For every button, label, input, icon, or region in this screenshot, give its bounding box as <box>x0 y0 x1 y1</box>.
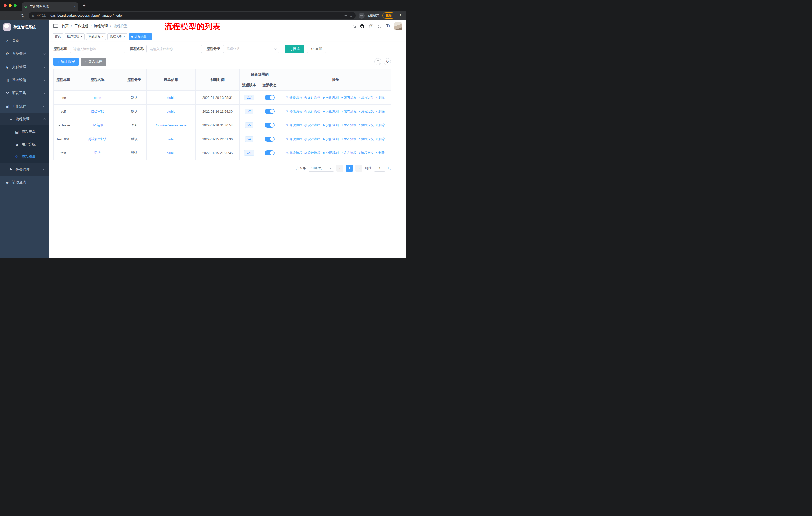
flow-definition-link[interactable]: ≡流程定义 <box>359 123 374 128</box>
sidebar-item-flow-model[interactable]: ✈流程模型 <box>0 151 49 163</box>
active-toggle[interactable] <box>265 109 274 114</box>
process-name-link[interactable]: 滔博 <box>94 151 101 155</box>
design-flow-link[interactable]: ◎设计流程 <box>304 151 320 155</box>
flow-definition-link[interactable]: ≡流程定义 <box>359 109 374 114</box>
modify-flow-link[interactable]: ✎修改流程 <box>286 151 302 155</box>
help-icon[interactable]: ? <box>369 24 373 28</box>
user-avatar[interactable] <box>395 22 402 30</box>
design-flow-link[interactable]: ◎设计流程 <box>304 123 320 128</box>
create-flow-button[interactable]: + 新建流程 <box>53 58 79 66</box>
form-info-link[interactable]: /bpm/oa/leave/create <box>156 124 186 127</box>
breadcrumb-item[interactable]: 流程管理 <box>94 24 108 28</box>
current-page-button[interactable]: 1 <box>346 165 353 171</box>
forward-icon[interactable]: → <box>11 13 17 18</box>
assign-rule-link[interactable]: ☻分配规则 <box>322 123 339 128</box>
sidebar-item-task-manage[interactable]: ⚑任务管理 <box>0 163 49 176</box>
close-window-button[interactable] <box>3 4 6 7</box>
font-size-icon[interactable]: TT <box>386 24 390 28</box>
process-name-link[interactable]: OA 请假 <box>92 123 104 127</box>
fullscreen-icon[interactable] <box>378 24 382 28</box>
goto-page-input[interactable] <box>374 165 385 171</box>
page-size-select[interactable]: 10条/页 <box>309 165 334 171</box>
sidebar-item-flow-manage[interactable]: ≡流程管理 <box>0 113 49 126</box>
next-page-button[interactable]: › <box>355 165 362 171</box>
publish-flow-link[interactable]: ✈发布流程 <box>341 109 357 114</box>
modify-flow-link[interactable]: ✎修改流程 <box>286 96 302 100</box>
active-toggle[interactable] <box>265 137 274 142</box>
github-icon[interactable] <box>360 24 365 29</box>
sidebar-item-flow-form[interactable]: ▤流程表单 <box>0 126 49 138</box>
close-icon[interactable]: × <box>102 35 104 38</box>
view-tab-tenant-manage[interactable]: 租户管理× <box>65 33 85 40</box>
sidebar-item-workflow[interactable]: ▣工作流程 <box>0 100 49 113</box>
delete-link[interactable]: ×删除 <box>376 96 385 100</box>
reload-icon[interactable]: ↻ <box>20 13 26 18</box>
delete-link[interactable]: ×删除 <box>376 137 385 141</box>
design-flow-link[interactable]: ◎设计流程 <box>304 96 320 100</box>
sidebar-item-user-group[interactable]: ☻用户分组 <box>0 138 49 151</box>
new-tab-button[interactable]: + <box>81 2 87 9</box>
delete-link[interactable]: ×删除 <box>376 109 385 114</box>
import-flow-button[interactable]: ↑ 导入流程 <box>81 58 106 66</box>
sidebar-item-payment-manage[interactable]: ¥支付管理 <box>0 60 49 74</box>
process-name-link[interactable]: 测试多审批人 <box>88 137 108 141</box>
publish-flow-link[interactable]: ✈发布流程 <box>341 123 357 128</box>
form-info-link[interactable]: biubiu <box>167 137 175 141</box>
category-select[interactable]: 流程分类 <box>223 45 280 53</box>
sidebar-item-system-manage[interactable]: ⚙系统管理 <box>0 47 49 60</box>
process-name-input[interactable] <box>146 45 202 53</box>
modify-flow-link[interactable]: ✎修改流程 <box>286 137 302 141</box>
publish-flow-link[interactable]: ✈发布流程 <box>341 96 357 100</box>
design-flow-link[interactable]: ◎设计流程 <box>304 109 320 114</box>
update-button[interactable]: 更新 <box>382 12 395 19</box>
flow-definition-link[interactable]: ≡流程定义 <box>359 137 374 141</box>
active-toggle[interactable] <box>265 151 274 156</box>
search-icon[interactable] <box>353 25 356 28</box>
delete-link[interactable]: ×删除 <box>376 123 385 128</box>
browser-tab[interactable]: 芋道管理系统 × <box>22 2 78 11</box>
search-button[interactable]: 搜索 <box>285 45 304 53</box>
form-info-link[interactable]: biubiu <box>167 151 175 155</box>
publish-flow-link[interactable]: ✈发布流程 <box>341 151 357 155</box>
refresh-table-button[interactable]: ↻ <box>384 58 391 65</box>
form-info-link[interactable]: biubiu <box>167 110 175 113</box>
process-key-input[interactable] <box>70 45 125 53</box>
active-toggle[interactable] <box>265 95 274 100</box>
modify-flow-link[interactable]: ✎修改流程 <box>286 109 302 114</box>
close-icon[interactable]: × <box>148 35 150 38</box>
sidebar-item-home[interactable]: ⌂首页 <box>0 34 49 47</box>
collapse-sidebar-icon[interactable] <box>53 24 58 28</box>
browser-menu-icon[interactable]: ⋮ <box>398 13 403 18</box>
delete-link[interactable]: ×删除 <box>376 151 385 155</box>
process-name-link[interactable]: 自己审批 <box>91 109 104 113</box>
sidebar-item-leave-query[interactable]: ☻请假查询 <box>0 176 49 189</box>
close-icon[interactable]: × <box>81 35 82 38</box>
sidebar-item-infrastructure[interactable]: ◫基础设施 <box>0 74 49 87</box>
view-tab-flow-form[interactable]: 流程表单× <box>108 33 127 40</box>
address-bar[interactable]: ⚠ 不安全 dashboard.yudao.iocoder.cn/bpm/man… <box>29 12 356 19</box>
reset-button[interactable]: ↻ 重置 <box>307 45 326 53</box>
view-tab-my-flow[interactable]: 我的流程× <box>86 33 106 40</box>
tab-close-icon[interactable]: × <box>74 4 76 8</box>
sidebar-item-dev-tools[interactable]: ⚒研发工具 <box>0 87 49 100</box>
process-name-link[interactable]: eeee <box>94 96 101 100</box>
assign-rule-link[interactable]: ☻分配规则 <box>322 96 339 100</box>
assign-rule-link[interactable]: ☻分配规则 <box>322 109 339 114</box>
view-tab-flow-model[interactable]: 流程模型× <box>129 33 152 40</box>
bookmark-star-icon[interactable]: ☆ <box>349 13 353 18</box>
view-tab-home[interactable]: 首页 <box>53 33 63 40</box>
form-info-link[interactable]: biubiu <box>167 96 175 100</box>
breadcrumb-item[interactable]: 工作流程 <box>74 24 88 28</box>
publish-flow-link[interactable]: ✈发布流程 <box>341 137 357 141</box>
flow-definition-link[interactable]: ≡流程定义 <box>359 96 374 100</box>
breadcrumb-item[interactable]: 首页 <box>62 24 69 28</box>
show-search-button[interactable] <box>374 58 381 65</box>
design-flow-link[interactable]: ◎设计流程 <box>304 137 320 141</box>
back-icon[interactable]: ← <box>3 13 8 18</box>
assign-rule-link[interactable]: ☻分配规则 <box>322 151 339 155</box>
minimize-window-button[interactable] <box>8 4 11 7</box>
modify-flow-link[interactable]: ✎修改流程 <box>286 123 302 128</box>
key-icon[interactable] <box>343 13 347 18</box>
prev-page-button[interactable]: ‹ <box>336 165 343 171</box>
flow-definition-link[interactable]: ≡流程定义 <box>359 151 374 155</box>
